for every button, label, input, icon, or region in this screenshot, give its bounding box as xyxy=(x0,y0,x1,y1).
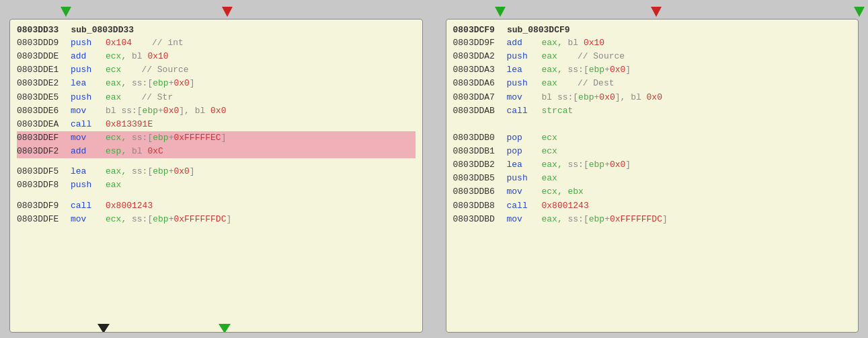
r-spacer-2 xyxy=(453,125,852,131)
right-panel: 0803DCF9 sub_0803DCF9 0803DD9F add eax, … xyxy=(446,19,859,333)
left-red-arrow xyxy=(222,7,233,17)
code-line-1: 0803DDD9 push 0x104 // int xyxy=(17,36,416,50)
r-code-line-8: 0803DDB1 pop ecx xyxy=(453,145,852,158)
r-code-line-13: 0803DDBD mov eax, ss:[ebp+0xFFFFFFDC] xyxy=(453,213,852,226)
spacer-1 xyxy=(17,158,416,165)
code-line-6: 0803DDE6 mov bl ss:[ebp+0x0], bl 0x0 xyxy=(17,104,416,118)
code-line-7: 0803DDEA call 0x813391E xyxy=(17,118,416,131)
spacer-2 xyxy=(17,193,416,199)
r-spacer-1 xyxy=(453,118,852,125)
left-panel-bottom-arrow-green xyxy=(219,324,231,333)
r-code-line-4: 0803DDA6 push eax // Dest xyxy=(453,77,852,90)
r-code-line-3: 0803DDA3 lea eax, ss:[ebp+0x0] xyxy=(453,63,852,77)
r-code-line-5: 0803DDA7 mov bl ss:[ebp+0x0], bl 0x0 xyxy=(453,91,852,104)
r-code-line-1: 0803DD9F add eax, bl 0x10 xyxy=(453,36,852,50)
left-green-arrow xyxy=(61,7,71,17)
code-line-3: 0803DDE1 push ecx // Source xyxy=(17,63,416,77)
right-green-arrow xyxy=(495,7,506,17)
r-code-line-2: 0803DDA2 push eax // Source xyxy=(453,50,852,63)
code-line-4: 0803DDE2 lea eax, ss:[ebp+0x0] xyxy=(17,77,416,90)
left-func-name: sub_0803DD33 xyxy=(71,25,134,35)
right-red-arrow xyxy=(651,7,662,17)
left-func-header: 0803DD33 sub_0803DD33 xyxy=(17,25,416,35)
code-line-13: 0803DDFE mov ecx, ss:[ebp+0xFFFFFFDC] xyxy=(17,213,416,226)
r-code-line-6: 0803DDAB call strcat xyxy=(453,104,852,118)
r-code-line-7: 0803DDB0 pop ecx xyxy=(453,131,852,145)
code-line-8: 0803DDEF mov ecx, ss:[ebp+0xFFFFFEC] xyxy=(17,131,416,145)
right-func-addr: 0803DCF9 xyxy=(453,25,495,35)
code-line-12: 0803DDF9 call 0x8001243 xyxy=(17,199,416,213)
code-line-2: 0803DDDE add ecx, bl 0x10 xyxy=(17,50,416,63)
code-line-9: 0803DDF2 add esp, bl 0xC xyxy=(17,145,416,158)
r-code-line-10: 0803DDB5 push eax xyxy=(453,172,852,185)
code-line-10: 0803DDF5 lea eax, ss:[ebp+0x0] xyxy=(17,165,416,178)
main-container: 0803DD33 sub_0803DD33 0803DDD9 push 0x10… xyxy=(0,0,868,338)
code-line-5: 0803DDE5 push eax // Str xyxy=(17,91,416,104)
code-line-11: 0803DDF8 push eax xyxy=(17,178,416,192)
r-code-line-12: 0803DDB8 call 0x8001243 xyxy=(453,199,852,213)
left-panel-bottom-arrow-black xyxy=(97,324,110,333)
divider xyxy=(428,0,440,338)
right-func-name: sub_0803DCF9 xyxy=(507,25,570,35)
r-code-line-11: 0803DDB6 mov ecx, ebx xyxy=(453,185,852,199)
right-func-header: 0803DCF9 sub_0803DCF9 xyxy=(453,25,852,35)
left-panel: 0803DD33 sub_0803DD33 0803DDD9 push 0x10… xyxy=(9,19,423,333)
left-func-addr: 0803DD33 xyxy=(17,25,58,35)
far-right-green-arrow xyxy=(854,7,865,17)
r-code-line-9: 0803DDB2 lea eax, ss:[ebp+0x0] xyxy=(453,158,852,172)
